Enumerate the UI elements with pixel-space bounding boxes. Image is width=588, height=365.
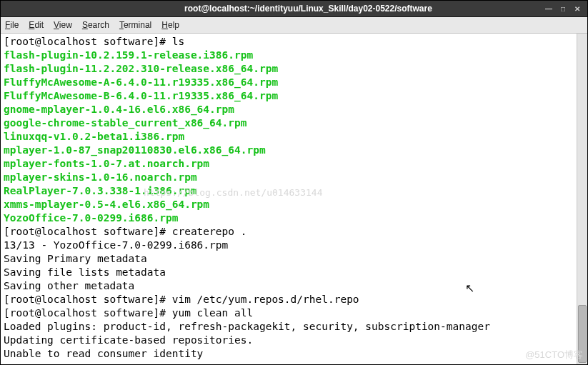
file-item: linuxqq-v1.0.2-beta1.i386.rpm — [4, 131, 184, 142]
output-line: Saving Primary metadata — [4, 253, 147, 264]
menu-help[interactable]: Help — [161, 20, 179, 30]
output-line: 13/13 - YozoOffice-7.0-0299.i686.rpm — [4, 239, 228, 251]
output-line: Unable to read consumer identity — [4, 348, 203, 359]
output-line: Saving file lists metadata — [4, 266, 166, 278]
output-line: Loaded plugins: product-id, refresh-pack… — [4, 321, 490, 332]
terminal-output[interactable]: [root@localhost software]# ls flash-plug… — [1, 34, 577, 364]
file-item: mplayer-skins-1.0-16.noarch.rpm — [4, 171, 197, 183]
file-item: FluffyMcAwesome-B-6.4.0-11.r19335.x86_64… — [4, 90, 278, 101]
file-item: gnome-mplayer-1.0.4-16.el6.x86_64.rpm — [4, 104, 234, 115]
prompt: [root@localhost software]# — [4, 36, 172, 47]
scrollbar-thumb[interactable] — [578, 305, 587, 363]
cmd-createrepo: createrepo . — [172, 226, 247, 237]
menu-view[interactable]: View — [54, 20, 72, 30]
file-item: google-chrome-stable_current_x86_64.rpm — [4, 117, 246, 129]
prompt: [root@localhost software]# — [4, 307, 172, 319]
maximize-button[interactable]: □ — [557, 3, 569, 14]
menu-edit[interactable]: Edit — [29, 20, 44, 30]
file-item: YozoOffice-7.0-0299.i686.rpm — [4, 212, 178, 224]
file-item: mplayer-fonts-1.0-7.at.noarch.rpm — [4, 158, 209, 169]
window-title: root@localhost:~/identityuu/Linux_Skill/… — [76, 4, 540, 14]
file-item: xmms-mplayer-0.5-4.el6.x86_64.rpm — [4, 199, 209, 210]
menu-file[interactable]: File — [5, 20, 19, 30]
terminal-window: root@localhost:~/identityuu/Linux_Skill/… — [0, 0, 588, 365]
file-item: RealPlayer-7.0.3.338-1.i386.rpm — [4, 185, 197, 196]
output-line: Saving other metadata — [4, 280, 134, 291]
file-item: FluffyMcAwesome-A-6.4.0-11.r19335.x86_64… — [4, 76, 278, 88]
file-item: flash-plugin-10.2.159.1-release.i386.rpm — [4, 49, 253, 61]
menu-search[interactable]: Search — [82, 20, 109, 30]
prompt: [root@localhost software]# — [4, 294, 172, 305]
titlebar: root@localhost:~/identityuu/Linux_Skill/… — [1, 1, 587, 17]
cmd-yum: yum clean all — [172, 307, 254, 319]
menubar: File Edit View Search Terminal Help — [1, 17, 587, 34]
scrollbar[interactable] — [577, 34, 587, 364]
output-line: Updating certificate-based repositories. — [4, 334, 253, 346]
file-item: flash-plugin-11.2.202.310-release.x86_64… — [4, 63, 278, 74]
prompt: [root@localhost software]# — [4, 226, 172, 237]
menu-terminal[interactable]: Terminal — [119, 20, 151, 30]
cmd-vim: vim /etc/yum.repos.d/rhel.repo — [172, 294, 359, 305]
file-item: mplayer-1.0-87_snap20110830.el6.x86_64.r… — [4, 144, 266, 156]
close-button[interactable]: ✕ — [572, 3, 583, 14]
minimize-button[interactable]: — — [543, 3, 554, 14]
cmd-ls: ls — [172, 36, 184, 47]
